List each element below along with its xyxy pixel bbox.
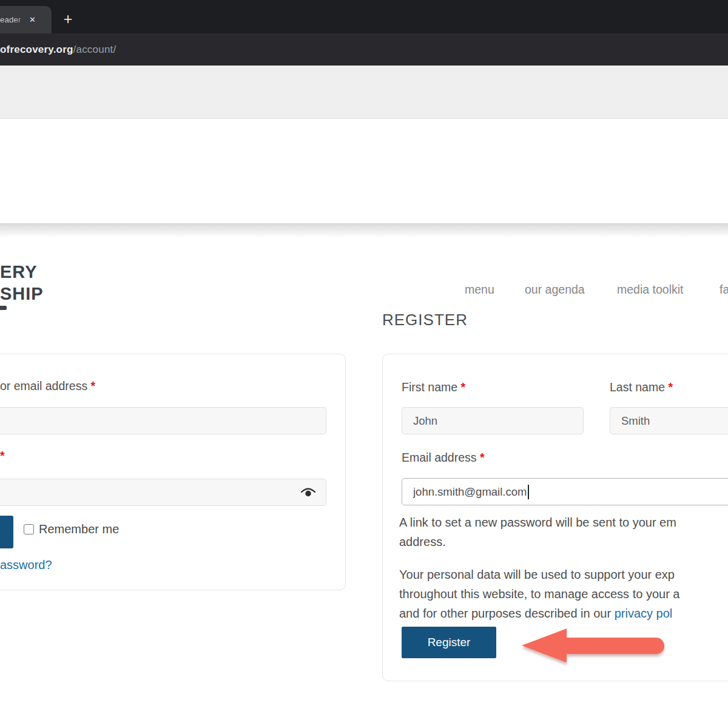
email-label: Email address * [402, 451, 485, 465]
email-label-text: Email address [402, 451, 477, 464]
last-name-input[interactable]: Smith [610, 407, 728, 434]
password-note-line-2: address. [399, 535, 446, 549]
privacy-note-line-3-text: and for other purposes described in our [399, 607, 615, 620]
password-input[interactable] [0, 479, 326, 506]
last-name-value: Smith [621, 414, 650, 428]
required-asterisk: * [668, 380, 673, 394]
lost-password-link[interactable]: assword? [0, 558, 52, 572]
last-name-label-text: Last name [610, 380, 665, 394]
logo-fragment [0, 306, 7, 310]
required-asterisk: * [480, 451, 485, 464]
tab-close-icon[interactable]: ✕ [29, 15, 36, 24]
privacy-note-line-2: throughout this website, to manage acces… [399, 587, 680, 601]
register-button[interactable]: Register [402, 627, 496, 658]
required-asterisk: * [461, 380, 466, 394]
username-label-text: or email address [0, 379, 87, 393]
show-password-eye-icon[interactable] [300, 487, 316, 502]
first-name-label-text: First name [402, 380, 457, 394]
last-name-label: Last name * [610, 380, 673, 394]
address-bar[interactable]: ofrecovery.org/account/ [0, 33, 728, 66]
nav-item-our-agenda[interactable]: our agenda [525, 283, 585, 297]
logo-text-line-2: SHIP [0, 284, 44, 304]
page-root: eader ✕ + ofrecovery.org/account/ n CREA… [0, 0, 728, 728]
first-name-input[interactable]: John [402, 407, 584, 434]
username-label: or email address * [0, 379, 95, 393]
register-heading: REGISTER [382, 311, 468, 329]
password-note-line-1: A link to set a new password will be sen… [399, 516, 676, 530]
first-name-value: John [413, 414, 437, 428]
login-button-fragment[interactable] [0, 516, 13, 548]
nav-item-media-toolkit[interactable]: media toolkit [617, 283, 683, 297]
nav-item-menu[interactable]: menu [465, 283, 494, 297]
password-label-fragment: * [0, 449, 5, 463]
site-header: ERY SHIP menu our agenda media toolkit f… [0, 119, 728, 223]
text-cursor [528, 485, 529, 499]
username-input[interactable] [0, 407, 326, 434]
remember-me-label: Remember me [39, 522, 119, 536]
url-host: ofrecovery.org [0, 44, 73, 55]
url-path: /account/ [73, 44, 116, 55]
url-text: ofrecovery.org/account/ [0, 44, 116, 56]
annotation-arrow-icon [522, 627, 666, 665]
required-asterisk: * [91, 379, 96, 393]
remember-me-checkbox[interactable] [24, 524, 34, 534]
email-value: john.smith@gmail.com [413, 485, 527, 499]
privacy-note-line-3: and for other purposes described in our … [399, 607, 672, 621]
first-name-label: First name * [402, 380, 465, 394]
email-input[interactable]: john.smith@gmail.com [402, 478, 728, 505]
nav-item-fa[interactable]: fa [720, 283, 728, 297]
privacy-policy-link[interactable]: privacy pol [615, 607, 673, 620]
header-shadow [0, 223, 728, 238]
privacy-note-line-1: Your personal data will be used to suppo… [399, 568, 675, 582]
browser-tab[interactable]: eader ✕ [0, 6, 52, 33]
logo-text-line-1: ERY [0, 262, 38, 282]
new-tab-icon[interactable]: + [59, 11, 76, 28]
required-asterisk: * [0, 449, 5, 462]
tab-title: eader [0, 15, 27, 24]
browser-tab-strip: eader ✕ + [0, 0, 728, 33]
utility-bar: n CREATE AN [0, 66, 728, 119]
